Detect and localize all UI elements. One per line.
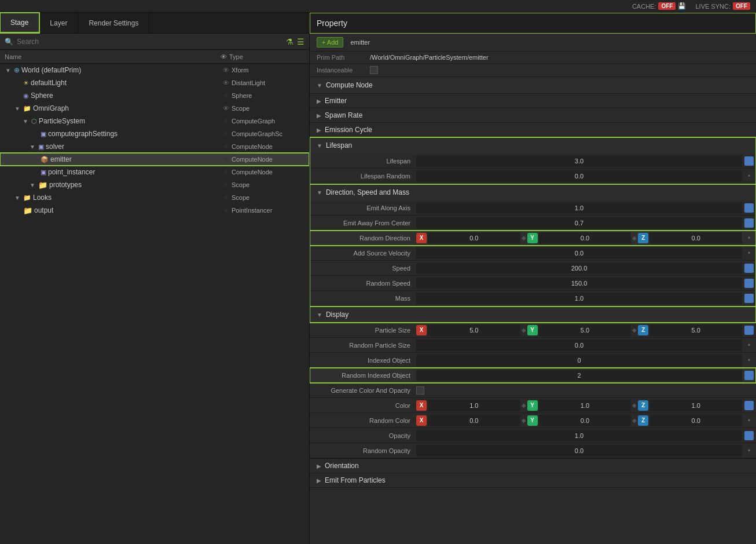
spawn-rate-header[interactable]: ▶ Spawn Rate [310, 108, 756, 122]
random-direction-z-input[interactable] [649, 232, 742, 244]
particle-size-fields: X ◆ Y ◆ Z [416, 324, 742, 336]
tree-row-point-instancer[interactable]: ▣ point_instancer 👁 ComputeNode [0, 166, 309, 178]
color-btn[interactable] [744, 401, 754, 410]
speed-btn[interactable] [744, 264, 754, 273]
random-indexed-object-input[interactable] [416, 370, 742, 381]
livesync-label: LIVE SYNC: [695, 3, 731, 10]
random-particle-size-input[interactable] [416, 339, 742, 351]
emit-away-input[interactable] [416, 217, 742, 229]
random-speed-btn[interactable] [744, 279, 754, 288]
random-direction-x-input[interactable] [428, 232, 520, 244]
random-particle-size-dot[interactable]: • [744, 341, 754, 350]
expand-prototypes[interactable]: ▼ [28, 182, 36, 188]
opacity-btn[interactable] [744, 431, 754, 440]
search-bar: 🔍 ⚗ ☰ [0, 34, 309, 50]
lifespan-random-dot[interactable]: • [744, 171, 754, 181]
generate-color-checkbox[interactable] [416, 386, 424, 395]
eye-omnigraph[interactable]: 👁 [220, 105, 232, 112]
color-y-input[interactable] [539, 400, 632, 411]
direction-header[interactable]: ▼ Direction, Speed and Mass [310, 184, 756, 200]
add-source-velocity-dot[interactable]: • [744, 249, 754, 258]
random-color-x-input[interactable] [428, 415, 520, 426]
emit-from-particles-header[interactable]: ▶ Emit From Particles [310, 473, 756, 487]
lifespan-label: Lifespan [326, 141, 352, 149]
tree-row-output[interactable]: 📁 output 👁 PointInstancer [0, 204, 309, 217]
tree-row-particlesystem[interactable]: ▼ ⬡ ParticleSystem 👁 ComputeGraph [0, 115, 309, 127]
random-opacity-dot[interactable]: • [744, 446, 754, 455]
eye-particlesystem[interactable]: 👁 [220, 118, 232, 125]
expand-omnigraph[interactable]: ▼ [13, 105, 21, 112]
instanceable-checkbox[interactable] [370, 66, 378, 74]
eye-looks[interactable]: 👁 [220, 194, 232, 201]
opacity-input[interactable] [416, 430, 742, 441]
color-fields: X ◆ Y ◆ Z [416, 400, 742, 411]
add-source-velocity-input[interactable] [416, 247, 742, 259]
tree-row-solver[interactable]: ▼ ▣ solver 👁 ComputeNode [0, 140, 309, 153]
display-header[interactable]: ▼ Display [310, 306, 756, 323]
lifespan-input[interactable] [416, 155, 742, 167]
random-color-z-input[interactable] [649, 415, 742, 426]
eye-point-instancer[interactable]: 👁 [220, 169, 232, 176]
emission-cycle-header[interactable]: ▶ Emission Cycle [310, 123, 756, 137]
eye-world[interactable]: 👁 [220, 67, 232, 74]
color-x-input[interactable] [428, 400, 520, 411]
settings-icon[interactable]: ☰ [297, 37, 304, 46]
emitter-header[interactable]: ▶ Emitter [310, 94, 756, 108]
expand-looks[interactable]: ▼ [13, 195, 21, 201]
particle-size-btn[interactable] [744, 326, 754, 335]
random-indexed-object-btn[interactable] [744, 371, 754, 380]
tree-row-defaultlight[interactable]: ☀ defaultLight 👁 DistantLight [0, 76, 309, 89]
indexed-object-dot[interactable]: • [744, 356, 754, 365]
search-input[interactable] [17, 38, 282, 46]
speed-input[interactable] [416, 262, 742, 274]
random-color-dot[interactable]: • [744, 416, 754, 425]
indexed-object-input[interactable] [416, 355, 742, 366]
tree-row-prototypes[interactable]: ▼ 📁 prototypes 👁 Scope [0, 178, 309, 191]
tree-row-looks[interactable]: ▼ 📁 Looks 👁 Scope [0, 191, 309, 204]
lifespan-header[interactable]: ▼ Lifespan [310, 137, 756, 154]
random-speed-row: Random Speed [310, 276, 756, 291]
particle-size-z-input[interactable] [649, 324, 742, 336]
lifespan-random-input[interactable] [416, 170, 742, 182]
expand-particlesystem[interactable]: ▼ [21, 118, 30, 125]
color-x-badge: X [416, 400, 427, 411]
tab-layer[interactable]: Layer [39, 13, 78, 33]
emit-along-axis-btn[interactable] [744, 203, 754, 213]
random-direction-y-input[interactable] [539, 232, 632, 244]
mass-btn[interactable] [744, 294, 754, 303]
tree-row-computegraphsettings[interactable]: ▣ computegraphSettings 👁 ComputeGraphSc [0, 127, 309, 140]
eye-output[interactable]: 👁 [220, 207, 232, 214]
tree-row-sphere[interactable]: ◉ Sphere 👁 Sphere [0, 89, 309, 102]
random-direction-dot[interactable]: • [744, 233, 754, 243]
eye-computegraphsettings[interactable]: 👁 [220, 130, 232, 137]
orientation-header[interactable]: ▶ Orientation [310, 459, 756, 473]
tab-render-settings[interactable]: Render Settings [78, 13, 149, 33]
random-color-y-input[interactable] [539, 415, 632, 426]
tree-row-emitter[interactable]: 📦 emitter 👁 ComputeNode [0, 153, 309, 166]
mass-input[interactable] [416, 293, 742, 304]
tree-row-omnigraph[interactable]: ▼ 📁 OmniGraph 👁 Scope [0, 102, 309, 115]
filter-icon[interactable]: ⚗ [286, 37, 293, 46]
expand-world[interactable]: ▼ [4, 67, 12, 74]
color-z-input[interactable] [649, 400, 742, 411]
emit-along-axis-input[interactable] [416, 202, 742, 214]
lifespan-blue-btn[interactable] [744, 156, 754, 166]
particle-size-x-input[interactable] [428, 324, 520, 336]
add-button[interactable]: + Add [317, 37, 343, 48]
eye-prototypes[interactable]: 👁 [220, 181, 232, 188]
eye-emitter[interactable]: 👁 [220, 156, 232, 163]
random-speed-input[interactable] [416, 278, 742, 289]
eye-solver[interactable]: 👁 [220, 143, 232, 150]
particle-size-y-input[interactable] [539, 324, 632, 336]
eye-defaultlight[interactable]: 👁 [220, 79, 232, 86]
tree-row-world[interactable]: ▼ ⊕ World (defaultPrim) 👁 Xform [0, 64, 309, 76]
instanceable-row: Instanceable [310, 64, 756, 77]
emit-away-btn[interactable] [744, 218, 754, 228]
random-indexed-object-label: Random Indexed Object [312, 372, 416, 379]
tab-stage[interactable]: Stage [0, 13, 39, 33]
eye-sphere[interactable]: 👁 [220, 92, 232, 99]
expand-solver[interactable]: ▼ [28, 144, 36, 150]
random-opacity-input[interactable] [416, 445, 742, 457]
type-computegraphsettings: ComputeGraphSc [232, 130, 307, 137]
compute-node-header[interactable]: ▼ Compute Node [310, 77, 756, 93]
